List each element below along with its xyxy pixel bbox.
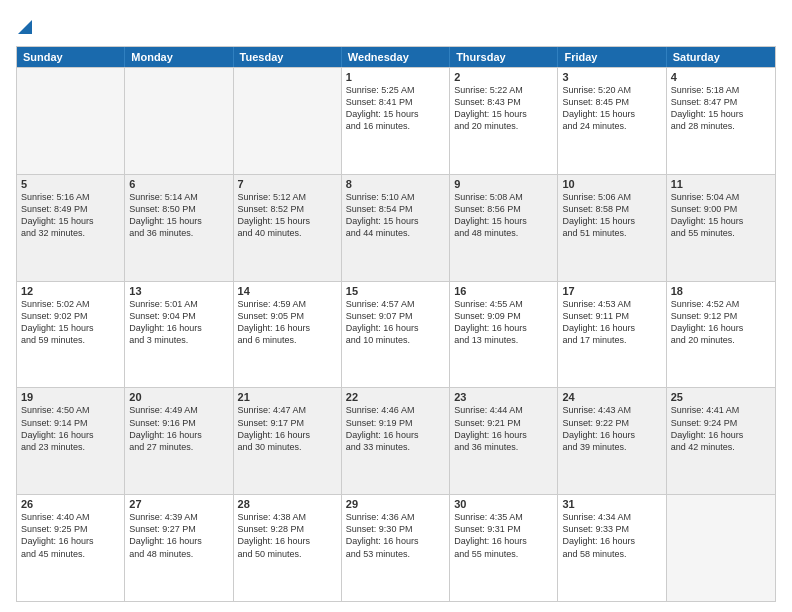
day-number: 17 [562,285,661,297]
day-number: 30 [454,498,553,510]
day-info: Sunrise: 4:41 AM Sunset: 9:24 PM Dayligh… [671,404,771,453]
day-number: 21 [238,391,337,403]
calendar-cell [17,68,125,174]
svg-marker-0 [18,20,32,34]
calendar-row: 12Sunrise: 5:02 AM Sunset: 9:02 PM Dayli… [17,281,775,388]
calendar-cell: 28Sunrise: 4:38 AM Sunset: 9:28 PM Dayli… [234,495,342,601]
day-info: Sunrise: 5:18 AM Sunset: 8:47 PM Dayligh… [671,84,771,133]
day-info: Sunrise: 5:22 AM Sunset: 8:43 PM Dayligh… [454,84,553,133]
day-number: 27 [129,498,228,510]
day-number: 24 [562,391,661,403]
weekday-header: Monday [125,47,233,67]
day-info: Sunrise: 4:50 AM Sunset: 9:14 PM Dayligh… [21,404,120,453]
calendar-cell: 21Sunrise: 4:47 AM Sunset: 9:17 PM Dayli… [234,388,342,494]
logo [16,16,32,38]
day-number: 29 [346,498,445,510]
day-number: 31 [562,498,661,510]
day-number: 16 [454,285,553,297]
weekday-header: Friday [558,47,666,67]
day-number: 25 [671,391,771,403]
calendar-cell: 6Sunrise: 5:14 AM Sunset: 8:50 PM Daylig… [125,175,233,281]
day-number: 12 [21,285,120,297]
day-number: 10 [562,178,661,190]
day-number: 6 [129,178,228,190]
day-number: 15 [346,285,445,297]
calendar-cell: 11Sunrise: 5:04 AM Sunset: 9:00 PM Dayli… [667,175,775,281]
calendar-cell: 25Sunrise: 4:41 AM Sunset: 9:24 PM Dayli… [667,388,775,494]
weekday-header: Tuesday [234,47,342,67]
day-info: Sunrise: 4:47 AM Sunset: 9:17 PM Dayligh… [238,404,337,453]
day-number: 4 [671,71,771,83]
calendar-cell: 24Sunrise: 4:43 AM Sunset: 9:22 PM Dayli… [558,388,666,494]
day-info: Sunrise: 5:08 AM Sunset: 8:56 PM Dayligh… [454,191,553,240]
header [16,16,776,38]
day-number: 13 [129,285,228,297]
day-info: Sunrise: 5:12 AM Sunset: 8:52 PM Dayligh… [238,191,337,240]
day-info: Sunrise: 4:49 AM Sunset: 9:16 PM Dayligh… [129,404,228,453]
calendar: SundayMondayTuesdayWednesdayThursdayFrid… [16,46,776,602]
day-number: 3 [562,71,661,83]
day-info: Sunrise: 5:02 AM Sunset: 9:02 PM Dayligh… [21,298,120,347]
calendar-cell: 30Sunrise: 4:35 AM Sunset: 9:31 PM Dayli… [450,495,558,601]
day-info: Sunrise: 4:43 AM Sunset: 9:22 PM Dayligh… [562,404,661,453]
day-number: 2 [454,71,553,83]
calendar-cell: 23Sunrise: 4:44 AM Sunset: 9:21 PM Dayli… [450,388,558,494]
calendar-cell: 16Sunrise: 4:55 AM Sunset: 9:09 PM Dayli… [450,282,558,388]
day-info: Sunrise: 5:20 AM Sunset: 8:45 PM Dayligh… [562,84,661,133]
calendar-cell: 31Sunrise: 4:34 AM Sunset: 9:33 PM Dayli… [558,495,666,601]
calendar-cell: 26Sunrise: 4:40 AM Sunset: 9:25 PM Dayli… [17,495,125,601]
day-info: Sunrise: 4:39 AM Sunset: 9:27 PM Dayligh… [129,511,228,560]
calendar-cell [234,68,342,174]
day-number: 26 [21,498,120,510]
calendar-cell: 3Sunrise: 5:20 AM Sunset: 8:45 PM Daylig… [558,68,666,174]
weekday-header: Saturday [667,47,775,67]
day-info: Sunrise: 4:35 AM Sunset: 9:31 PM Dayligh… [454,511,553,560]
day-info: Sunrise: 5:14 AM Sunset: 8:50 PM Dayligh… [129,191,228,240]
day-info: Sunrise: 4:57 AM Sunset: 9:07 PM Dayligh… [346,298,445,347]
day-number: 19 [21,391,120,403]
calendar-cell: 8Sunrise: 5:10 AM Sunset: 8:54 PM Daylig… [342,175,450,281]
day-info: Sunrise: 4:44 AM Sunset: 9:21 PM Dayligh… [454,404,553,453]
day-number: 14 [238,285,337,297]
calendar-cell [667,495,775,601]
calendar-row: 26Sunrise: 4:40 AM Sunset: 9:25 PM Dayli… [17,494,775,601]
calendar-cell: 5Sunrise: 5:16 AM Sunset: 8:49 PM Daylig… [17,175,125,281]
weekday-header: Wednesday [342,47,450,67]
day-info: Sunrise: 5:25 AM Sunset: 8:41 PM Dayligh… [346,84,445,133]
day-info: Sunrise: 4:55 AM Sunset: 9:09 PM Dayligh… [454,298,553,347]
calendar-cell: 12Sunrise: 5:02 AM Sunset: 9:02 PM Dayli… [17,282,125,388]
day-number: 23 [454,391,553,403]
day-info: Sunrise: 4:36 AM Sunset: 9:30 PM Dayligh… [346,511,445,560]
day-info: Sunrise: 5:04 AM Sunset: 9:00 PM Dayligh… [671,191,771,240]
calendar-cell: 19Sunrise: 4:50 AM Sunset: 9:14 PM Dayli… [17,388,125,494]
calendar-cell: 18Sunrise: 4:52 AM Sunset: 9:12 PM Dayli… [667,282,775,388]
calendar-body: 1Sunrise: 5:25 AM Sunset: 8:41 PM Daylig… [17,67,775,601]
weekday-header: Thursday [450,47,558,67]
calendar-cell: 15Sunrise: 4:57 AM Sunset: 9:07 PM Dayli… [342,282,450,388]
day-number: 22 [346,391,445,403]
calendar-cell: 4Sunrise: 5:18 AM Sunset: 8:47 PM Daylig… [667,68,775,174]
day-number: 11 [671,178,771,190]
calendar-cell: 2Sunrise: 5:22 AM Sunset: 8:43 PM Daylig… [450,68,558,174]
day-info: Sunrise: 4:38 AM Sunset: 9:28 PM Dayligh… [238,511,337,560]
calendar-cell [125,68,233,174]
day-info: Sunrise: 5:01 AM Sunset: 9:04 PM Dayligh… [129,298,228,347]
calendar-cell: 29Sunrise: 4:36 AM Sunset: 9:30 PM Dayli… [342,495,450,601]
day-number: 8 [346,178,445,190]
day-number: 18 [671,285,771,297]
calendar-cell: 13Sunrise: 5:01 AM Sunset: 9:04 PM Dayli… [125,282,233,388]
day-info: Sunrise: 4:34 AM Sunset: 9:33 PM Dayligh… [562,511,661,560]
day-info: Sunrise: 4:52 AM Sunset: 9:12 PM Dayligh… [671,298,771,347]
calendar-header: SundayMondayTuesdayWednesdayThursdayFrid… [17,47,775,67]
calendar-cell: 10Sunrise: 5:06 AM Sunset: 8:58 PM Dayli… [558,175,666,281]
calendar-cell: 27Sunrise: 4:39 AM Sunset: 9:27 PM Dayli… [125,495,233,601]
day-info: Sunrise: 4:53 AM Sunset: 9:11 PM Dayligh… [562,298,661,347]
calendar-cell: 1Sunrise: 5:25 AM Sunset: 8:41 PM Daylig… [342,68,450,174]
calendar-row: 5Sunrise: 5:16 AM Sunset: 8:49 PM Daylig… [17,174,775,281]
day-number: 9 [454,178,553,190]
day-info: Sunrise: 4:59 AM Sunset: 9:05 PM Dayligh… [238,298,337,347]
calendar-cell: 20Sunrise: 4:49 AM Sunset: 9:16 PM Dayli… [125,388,233,494]
calendar-row: 1Sunrise: 5:25 AM Sunset: 8:41 PM Daylig… [17,67,775,174]
logo-triangle-icon [18,16,32,34]
weekday-header: Sunday [17,47,125,67]
